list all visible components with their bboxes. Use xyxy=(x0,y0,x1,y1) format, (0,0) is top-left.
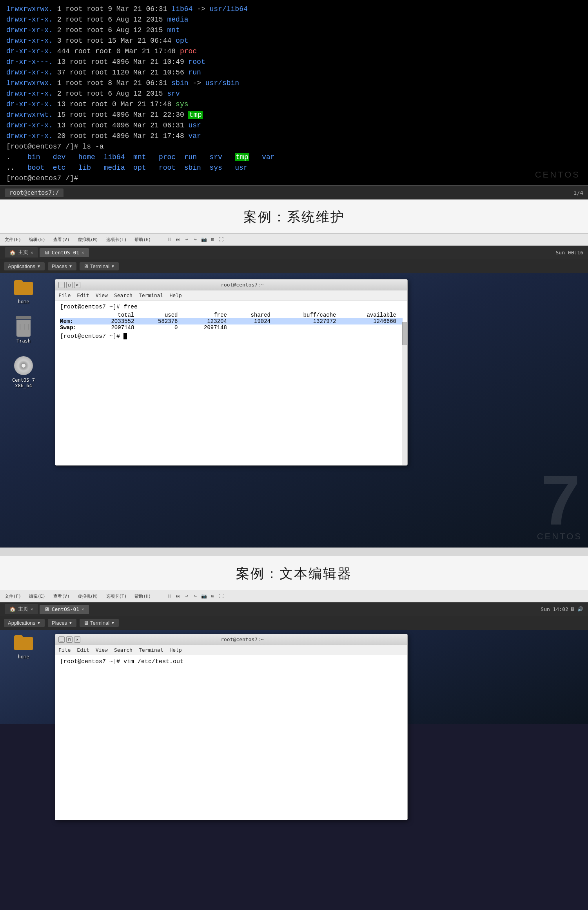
toolbar2-menu-vm[interactable]: 虚拟机(M) xyxy=(76,593,100,600)
toolbar-separator-2 xyxy=(159,593,159,600)
toolbar2-icon-rewind[interactable]: ↩ xyxy=(183,593,191,599)
tw-minimize-2[interactable]: _ xyxy=(58,636,65,643)
toolbar2-icon-group: ⏸ ⏭ ↩ ↪ 📷 ⊞ ⛶ xyxy=(165,593,225,599)
tw-menu-view-1[interactable]: View xyxy=(96,292,108,298)
tw-scrollbar-thumb-1[interactable] xyxy=(402,322,407,345)
toolbar2-icon-fit[interactable]: ⊞ xyxy=(209,593,216,599)
taskbar-applications-2[interactable]: Applications ▼ xyxy=(4,619,45,627)
desktop-icon-trash[interactable]: Trash xyxy=(8,316,39,344)
tw2-menu-edit[interactable]: Edit xyxy=(77,647,89,653)
gnome-desktop-2: home _ □ ✕ root@centos7:~ File Edit View… xyxy=(0,630,588,724)
toolbar-menu-help[interactable]: 帮助(H) xyxy=(133,236,152,243)
toolbar-separator-1 xyxy=(159,236,159,243)
taskbar-terminal-1[interactable]: 🖥 Terminal ▼ xyxy=(80,262,119,270)
toolbar2-icon-fullscreen[interactable]: ⛶ xyxy=(217,593,225,599)
terminal-output: lrwxrwxrwx. 1 root root 9 Mar 21 06:31 l… xyxy=(0,0,588,185)
tw-titlebar-2: _ □ ✕ root@centos7:~ xyxy=(55,634,407,645)
desktop-icons-1: home Trash CentOS 7 x86_64 xyxy=(8,277,39,388)
centos-tab-icon-1: 🖥 xyxy=(44,250,49,256)
tw-menu-file-1[interactable]: File xyxy=(58,292,71,298)
desktop-icon-home-2[interactable]: home xyxy=(8,632,39,660)
toolbar2-menu-tab[interactable]: 选项卡(T) xyxy=(105,593,129,600)
section-title-1: 案例：系统维护 xyxy=(0,199,588,233)
tw-close-1[interactable]: ✕ xyxy=(74,282,80,288)
toolbar-menu-view[interactable]: 查看(V) xyxy=(52,236,71,243)
toolbar2-icon-forward[interactable]: ↪ xyxy=(191,593,199,599)
tw-menu-terminal-1[interactable]: Terminal xyxy=(139,292,163,298)
tw2-menu-help[interactable]: Help xyxy=(170,647,182,653)
cursor-block xyxy=(123,333,127,339)
taskbar-terminal-2[interactable]: 🖥 Terminal ▼ xyxy=(80,619,119,627)
toolbar-icon-step[interactable]: ⏭ xyxy=(174,236,182,243)
terminal-tab-label[interactable]: root@centos7:/ xyxy=(5,189,64,197)
toolbar-menu-file[interactable]: 文件(F) xyxy=(3,236,23,243)
section-1-terminal: lrwxrwxrwx. 1 root root 9 Mar 21 06:31 l… xyxy=(0,0,588,199)
tw-menu-search-1[interactable]: Search xyxy=(114,292,132,298)
desktop-icon-home[interactable]: home xyxy=(8,277,39,305)
terminal-line: drwxr-xr-x. 13 root root 4096 Mar 21 06:… xyxy=(6,120,582,131)
tw-menu-help-1[interactable]: Help xyxy=(170,292,182,298)
home-close-2[interactable]: ✕ xyxy=(31,607,33,612)
tw-close-2[interactable]: ✕ xyxy=(74,636,80,643)
tw-maximize-1[interactable]: □ xyxy=(66,282,73,288)
tw2-menu-file[interactable]: File xyxy=(58,647,71,653)
swap-buffcache xyxy=(277,324,342,331)
toolbar2-icon-pause[interactable]: ⏸ xyxy=(165,593,173,599)
mem-shared: 19024 xyxy=(233,318,277,324)
tw-menu-edit-1[interactable]: Edit xyxy=(77,292,89,298)
th-shared: shared xyxy=(233,312,277,318)
centos-tab-close-1[interactable]: ✕ xyxy=(82,250,84,255)
taskbar-places-1[interactable]: Places ▼ xyxy=(48,262,76,270)
tw-maximize-2[interactable]: □ xyxy=(66,636,73,643)
home-close-1[interactable]: ✕ xyxy=(31,250,33,255)
swap-available xyxy=(343,324,403,331)
tw-minimize-1[interactable]: _ xyxy=(58,282,65,288)
th-free: free xyxy=(184,312,233,318)
tw-controls-2: _ □ ✕ xyxy=(58,636,80,643)
gnome-home-tab-1[interactable]: 🏠 主页 ✕ xyxy=(5,247,38,257)
toolbar-icon-snap[interactable]: 📷 xyxy=(200,236,208,243)
tw2-menu-terminal[interactable]: Terminal xyxy=(139,647,163,653)
gnome-clock-2: Sun 14:02 xyxy=(541,606,568,612)
toolbar2-menu-file[interactable]: 文件(F) xyxy=(3,593,23,600)
taskbar-places-2[interactable]: Places ▼ xyxy=(48,619,76,627)
trash-icon xyxy=(15,316,32,337)
disc-icon xyxy=(14,356,33,375)
gnome-centos-tab-1[interactable]: 🖥 CentOS-01 ✕ xyxy=(40,248,89,257)
toolbar-icon-rewind[interactable]: ↩ xyxy=(183,236,191,243)
toolbar-icon-forward[interactable]: ↪ xyxy=(191,236,199,243)
home-icon-1: 🏠 xyxy=(9,250,16,256)
terminal-line: drwxr-xr-x. 2 root root 6 Aug 12 2015 mn… xyxy=(6,25,582,36)
centos-tab-close-2[interactable]: ✕ xyxy=(82,607,84,612)
toolbar-icon-group: ⏸ ⏭ ↩ ↪ 📷 ⊞ ⛶ xyxy=(165,236,225,243)
centos-watermark-2: CENTOS xyxy=(537,531,582,542)
toolbar-icon-fit[interactable]: ⊞ xyxy=(209,236,216,243)
toolbar2-menu-view[interactable]: 查看(V) xyxy=(52,593,71,600)
toolbar-menu-tab[interactable]: 选项卡(T) xyxy=(105,236,129,243)
toolbar-icon-pause[interactable]: ⏸ xyxy=(165,236,173,243)
centos-tab-label-2: CentOS-01 xyxy=(52,606,79,612)
toolbar2-icon-step[interactable]: ⏭ xyxy=(174,593,182,599)
toolbar-icon-fullscreen[interactable]: ⛶ xyxy=(217,236,225,243)
tw-scrollbar-1[interactable] xyxy=(402,322,407,465)
swap-free: 2097148 xyxy=(184,324,233,331)
toolbar2-icon-snap[interactable]: 📷 xyxy=(200,593,208,599)
home-icon-2: 🏠 xyxy=(9,606,16,612)
tw2-menu-search[interactable]: Search xyxy=(114,647,132,653)
tw2-menu-view[interactable]: View xyxy=(96,647,108,653)
toolbar2-menu-help[interactable]: 帮助(H) xyxy=(133,593,152,600)
centos-num-watermark: 7 xyxy=(541,465,580,536)
gnome-desktop-1: home Trash CentOS 7 x86_64 _ □ ✕ xyxy=(0,273,588,547)
tw-menubar-2: File Edit View Search Terminal Help xyxy=(55,645,407,655)
gnome-clock-1: Sun 00:16 xyxy=(556,250,583,256)
toolbar-menu-edit[interactable]: 编辑(E) xyxy=(27,236,47,243)
gnome-home-tab-2[interactable]: 🏠 主页 ✕ xyxy=(5,604,38,614)
toolbar-menu-vm[interactable]: 虚拟机(M) xyxy=(76,236,100,243)
tw-title-2: root@centos7:~ xyxy=(80,636,404,642)
gnome-centos-tab-2[interactable]: 🖥 CentOS-01 ✕ xyxy=(40,605,89,614)
taskbar-applications-1[interactable]: Applications ▼ xyxy=(4,262,45,270)
terminal-watermark: CENTOS xyxy=(535,170,580,180)
desktop-icon-centos7[interactable]: CentOS 7 x86_64 xyxy=(8,355,39,388)
terminal-window-2: _ □ ✕ root@centos7:~ File Edit View Sear… xyxy=(55,634,408,820)
toolbar2-menu-edit[interactable]: 编辑(E) xyxy=(27,593,47,600)
